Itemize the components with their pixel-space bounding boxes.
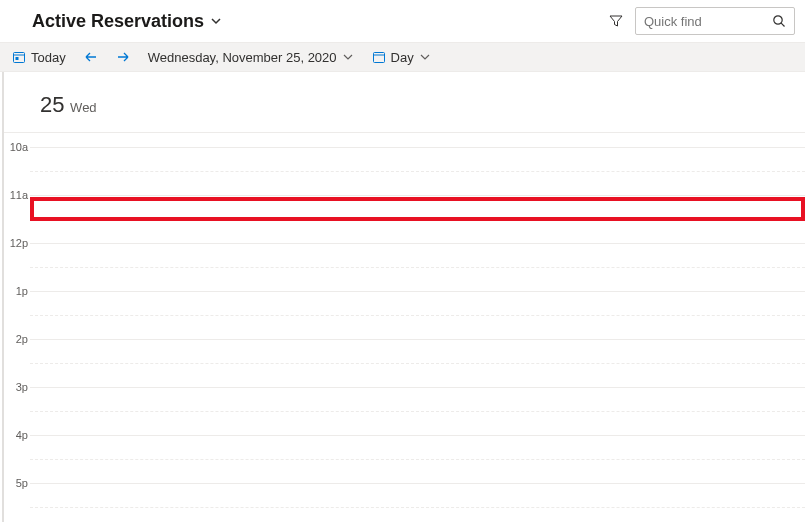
svg-rect-2: [14, 53, 25, 63]
hour-line: [30, 147, 805, 148]
hour-label: 4p: [16, 429, 28, 441]
svg-rect-4: [16, 57, 19, 60]
hour-line: [30, 339, 805, 340]
hour-line: [30, 435, 805, 436]
header-right: [609, 7, 795, 35]
view-label: Day: [391, 50, 414, 65]
hour-label: 3p: [16, 381, 28, 393]
hour-label: 2p: [16, 333, 28, 345]
calendar-today-icon: [12, 50, 26, 64]
half-hour-line: [30, 315, 805, 316]
day-number: 25: [40, 92, 64, 117]
hour-label: 10a: [10, 141, 28, 153]
chevron-down-icon: [419, 51, 431, 63]
filter-icon[interactable]: [609, 14, 623, 28]
half-hour-line: [30, 171, 805, 172]
hour-line: [30, 195, 805, 196]
hour-line: [30, 387, 805, 388]
half-hour-line: [30, 507, 805, 508]
highlight-slot: [30, 197, 805, 221]
calendar-area: 25 Wed 9a10a11a12p1p2p3p4p5p6p: [2, 72, 805, 522]
page-title: Active Reservations: [32, 11, 204, 32]
hour-line: [30, 243, 805, 244]
hour-line: [30, 291, 805, 292]
today-label: Today: [31, 50, 66, 65]
today-button[interactable]: Today: [8, 50, 70, 65]
svg-line-1: [781, 23, 784, 26]
half-hour-line: [30, 459, 805, 460]
prev-button[interactable]: [80, 50, 102, 64]
day-abbrev: Wed: [70, 100, 97, 115]
hour-label: 1p: [16, 285, 28, 297]
next-button[interactable]: [112, 50, 134, 64]
hour-label: 12p: [10, 237, 28, 249]
header-left: Active Reservations: [32, 11, 222, 32]
quick-find[interactable]: [635, 7, 795, 35]
half-hour-line: [30, 363, 805, 364]
svg-point-0: [774, 16, 782, 24]
hour-line: [30, 483, 805, 484]
current-date-text: Wednesday, November 25, 2020: [148, 50, 337, 65]
day-header[interactable]: 25 Wed: [4, 72, 805, 133]
date-picker[interactable]: Wednesday, November 25, 2020: [144, 50, 358, 65]
time-grid[interactable]: [30, 133, 805, 522]
half-hour-line: [30, 267, 805, 268]
calendar-view-icon: [372, 50, 386, 64]
page-header: Active Reservations: [0, 0, 805, 42]
half-hour-line: [30, 411, 805, 412]
calendar-toolbar: Today Wednesday, November 25, 2020 Day: [0, 42, 805, 72]
timeline[interactable]: 9a10a11a12p1p2p3p4p5p6p: [4, 133, 805, 522]
quick-find-input[interactable]: [644, 14, 764, 29]
time-gutter: 9a10a11a12p1p2p3p4p5p6p: [4, 133, 30, 522]
view-selector[interactable]: Day: [368, 50, 435, 65]
search-icon[interactable]: [772, 14, 786, 28]
chevron-down-icon: [342, 51, 354, 63]
hour-label: 11a: [10, 189, 28, 201]
chevron-down-icon[interactable]: [210, 15, 222, 27]
hour-label: 5p: [16, 477, 28, 489]
svg-rect-5: [373, 53, 384, 63]
half-hour-line: [30, 219, 805, 220]
